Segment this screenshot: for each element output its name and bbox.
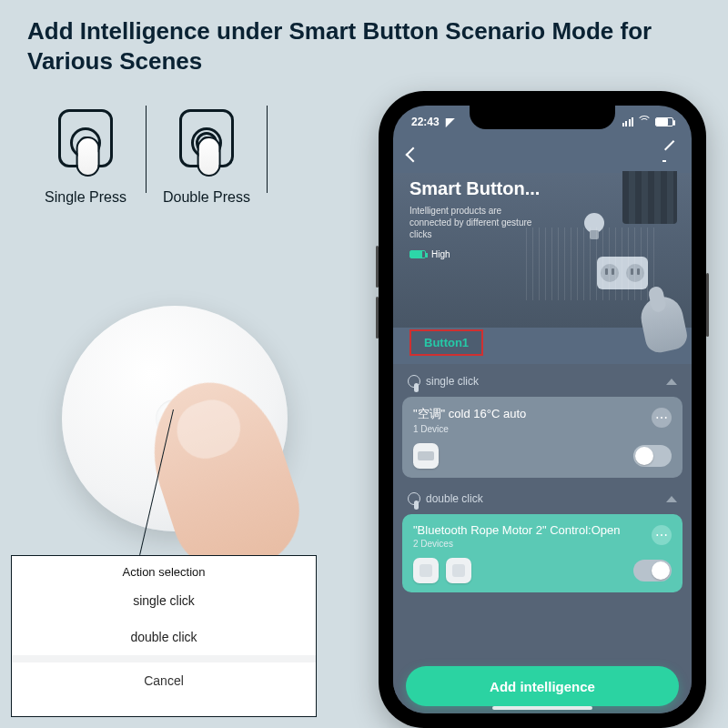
phone-screen: 22:43 ◤ Smart Button... Intelligent prod… <box>393 106 692 713</box>
battery-icon <box>655 117 673 126</box>
wifi-icon <box>638 117 651 126</box>
edit-icon[interactable] <box>662 147 677 162</box>
status-time: 22:43 <box>411 116 440 128</box>
card-title: "空调" cold 16°C auto <box>413 406 672 422</box>
action-selection-popup: Action selection single click double cli… <box>11 555 317 717</box>
popup-gap <box>12 655 316 662</box>
section-double-click-header[interactable]: double click <box>402 487 682 511</box>
card-more-icon[interactable]: ⋯ <box>652 525 672 545</box>
single-press-label: Single Press <box>40 189 131 206</box>
pointing-hand-illustration <box>637 293 689 355</box>
device-ac-icon <box>413 443 439 469</box>
tab-button1[interactable]: Button1 <box>410 329 483 356</box>
single-click-icon <box>408 375 420 388</box>
content-area: single click "空调" cold 16°C auto 1 Devic… <box>393 364 692 713</box>
hero-section: Smart Button... Intelligent products are… <box>393 173 692 328</box>
card-title: "Bluetooth Rope Motor 2" Control:Open <box>413 523 672 537</box>
device-icon <box>446 558 471 583</box>
popup-title: Action selection <box>12 556 316 582</box>
page-heading: Add Intelligence under Smart Button Scen… <box>27 16 701 76</box>
phone-side-button <box>706 273 709 337</box>
collapse-icon[interactable] <box>666 379 677 385</box>
home-indicator[interactable] <box>492 706 592 710</box>
automation-toggle[interactable] <box>633 560 672 581</box>
curtain-illustration <box>622 171 677 224</box>
battery-level-text: High <box>431 249 450 259</box>
press-mode-row: Single Press Double Press <box>35 106 277 206</box>
double-click-option[interactable]: double click <box>12 619 316 655</box>
single-press-cell: Single Press <box>35 106 136 206</box>
card-more-icon[interactable]: ⋯ <box>652 408 672 428</box>
collapse-icon[interactable] <box>666 496 677 502</box>
card-subtitle: 2 Devices <box>413 539 672 549</box>
device-icon <box>413 558 439 583</box>
automation-card-ac[interactable]: "空调" cold 16°C auto 1 Device ⋯ <box>402 397 682 478</box>
divider <box>146 106 147 193</box>
section-single-click-header[interactable]: single click <box>402 369 682 393</box>
hero-description: Intelligent products are connected by di… <box>410 205 546 240</box>
double-press-cell: Double Press <box>156 106 258 206</box>
double-click-icon <box>408 492 420 505</box>
cancel-option[interactable]: Cancel <box>12 662 316 699</box>
section-double-click-label: double click <box>426 492 483 505</box>
cellular-signal-icon <box>622 117 634 126</box>
double-press-label: Double Press <box>161 189 252 206</box>
phone-notch <box>470 106 615 129</box>
phone-volume-down <box>376 297 379 339</box>
single-press-icon <box>40 106 131 178</box>
add-intelligence-button[interactable]: Add intelligence <box>406 666 679 706</box>
smart-plug-illustration <box>597 257 648 289</box>
card-subtitle: 1 Device <box>413 424 672 434</box>
double-press-icon <box>161 106 252 178</box>
location-icon: ◤ <box>446 116 454 128</box>
nav-bar <box>393 138 692 171</box>
automation-toggle[interactable] <box>633 445 672 467</box>
divider <box>267 106 268 193</box>
automation-card-motor[interactable]: "Bluetooth Rope Motor 2" Control:Open 2 … <box>402 514 682 592</box>
single-click-option[interactable]: single click <box>12 582 316 619</box>
phone-frame: 22:43 ◤ Smart Button... Intelligent prod… <box>379 91 706 728</box>
section-single-click-label: single click <box>426 375 479 388</box>
back-icon[interactable] <box>406 147 421 163</box>
phone-volume-up <box>376 246 379 288</box>
battery-level-icon <box>410 250 426 258</box>
bulb-illustration <box>584 213 604 240</box>
